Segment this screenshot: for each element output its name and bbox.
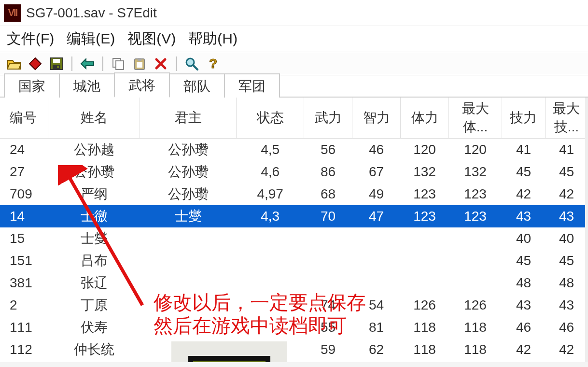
- table-area: 编号 姓名 君主 状态 武力 智力 体力 最大体... 技力 最大技... 24…: [0, 98, 588, 367]
- cell-lord: [140, 339, 237, 361]
- cell-zhi: 54: [352, 294, 401, 316]
- tab-troop[interactable]: 部队: [169, 73, 225, 98]
- menu-view[interactable]: 视图(V): [127, 29, 176, 49]
- cell-maxti: 123: [449, 183, 502, 205]
- cell-state: 4,97: [237, 183, 304, 205]
- back-arrow-icon: [80, 58, 95, 70]
- col-lord[interactable]: 君主: [140, 98, 237, 139]
- menu-edit[interactable]: 编辑(E): [67, 29, 115, 49]
- cell-state: [237, 227, 304, 250]
- open-icon: [7, 57, 21, 70]
- diamond-button[interactable]: [26, 56, 44, 72]
- cell-state: 4,5: [237, 139, 304, 161]
- tab-general[interactable]: 武将: [114, 72, 170, 98]
- col-id[interactable]: 编号: [0, 98, 48, 139]
- cell-ti: [401, 272, 449, 294]
- cell-ti: [401, 227, 449, 250]
- tab-corps[interactable]: 军团: [224, 73, 280, 98]
- col-ji[interactable]: 技力: [502, 98, 545, 139]
- tabs: 国家 城池 武将 部队 军团: [0, 75, 588, 98]
- cell-zhi: 62: [352, 339, 401, 361]
- cell-ji: 43: [502, 294, 545, 316]
- col-zhi[interactable]: 智力: [352, 98, 401, 139]
- cell-id: 151: [0, 250, 48, 272]
- app-icon: VII: [4, 4, 21, 22]
- cell-ji: 48: [502, 272, 545, 294]
- col-state[interactable]: 状态: [237, 98, 304, 139]
- svg-rect-2: [53, 59, 60, 63]
- cell-name: 公孙瓒: [48, 161, 140, 183]
- cell-id: 24: [0, 139, 48, 161]
- table-row[interactable]: 111伏寿55811181184646: [0, 316, 588, 339]
- back-button[interactable]: [78, 56, 97, 72]
- cell-ji: 40: [502, 227, 545, 250]
- cell-name: 严纲: [48, 183, 140, 205]
- cell-wu: [304, 272, 352, 294]
- cell-lord: 公孙瓒: [140, 139, 237, 161]
- titlebar: VII SG7-001.sav - S7Edit: [0, 0, 588, 26]
- cell-maxti: 118: [449, 316, 502, 339]
- cell-id: 112: [0, 339, 48, 361]
- paste-button[interactable]: [130, 56, 149, 72]
- search-button[interactable]: [182, 56, 201, 72]
- cell-ji: 45: [502, 161, 545, 183]
- cell-wu: 86: [304, 161, 352, 183]
- col-maxti[interactable]: 最大体...: [449, 98, 502, 139]
- cell-state: [237, 339, 304, 361]
- cell-state: [237, 316, 304, 339]
- svg-rect-6: [116, 61, 124, 70]
- cell-zhi: [352, 250, 401, 272]
- tab-city[interactable]: 城池: [59, 73, 115, 98]
- cell-ji: 45: [502, 250, 545, 272]
- svg-text:?: ?: [209, 56, 217, 71]
- cell-state: [237, 250, 304, 272]
- copy-button[interactable]: [109, 56, 127, 72]
- cell-ti: 132: [401, 161, 449, 183]
- search-icon: [185, 57, 198, 71]
- cell-lord: [140, 316, 237, 339]
- delete-button[interactable]: [152, 56, 170, 72]
- col-wu[interactable]: 武力: [304, 98, 352, 139]
- svg-rect-9: [137, 62, 142, 68]
- table-row[interactable]: 112仲长统59621181184242: [0, 339, 588, 361]
- toolbar: ?: [0, 52, 588, 75]
- cell-maxti: [449, 272, 502, 294]
- menu-file[interactable]: 文件(F): [7, 29, 54, 49]
- horizontal-scrollbar[interactable]: [0, 362, 588, 367]
- cell-id: 14: [0, 205, 48, 227]
- cell-lord: 士燮: [140, 205, 237, 227]
- table-row[interactable]: 14士徼士燮4,370471231234343: [0, 205, 588, 227]
- cell-name: 伏寿: [48, 316, 140, 339]
- vertical-scrollbar[interactable]: [585, 98, 588, 367]
- cell-maxti: 132: [449, 161, 502, 183]
- cell-lord: [140, 272, 237, 294]
- toolbar-separator: [176, 56, 177, 71]
- cell-maxti: [449, 250, 502, 272]
- cell-maxji: 42: [545, 339, 588, 361]
- cell-lord: [140, 227, 237, 250]
- cell-wu: 55: [304, 316, 352, 339]
- svg-line-13: [193, 65, 197, 70]
- open-button[interactable]: [5, 56, 23, 72]
- help-button[interactable]: ?: [204, 56, 222, 72]
- table-row[interactable]: 151吕布4545: [0, 250, 588, 272]
- cell-maxti: 120: [449, 139, 502, 161]
- col-name[interactable]: 姓名: [48, 98, 140, 139]
- col-ti[interactable]: 体力: [401, 98, 449, 139]
- menu-help[interactable]: 帮助(H): [188, 29, 238, 49]
- table-row[interactable]: 381张辽4848: [0, 272, 588, 294]
- tab-country[interactable]: 国家: [4, 73, 60, 98]
- data-table[interactable]: 编号 姓名 君主 状态 武力 智力 体力 最大体... 技力 最大技... 24…: [0, 98, 588, 367]
- save-button[interactable]: [47, 56, 66, 72]
- table-row[interactable]: 709严纲公孙瓒4,9768491231234242: [0, 183, 588, 205]
- table-row[interactable]: 27公孙瓒公孙瓒4,686671321324545: [0, 161, 588, 183]
- svg-rect-4: [57, 66, 59, 68]
- paste-icon: [133, 57, 146, 71]
- app-icon-label: VII: [8, 7, 17, 18]
- save-icon: [50, 57, 63, 71]
- col-maxji[interactable]: 最大技...: [545, 98, 588, 139]
- toolbar-separator: [71, 56, 72, 71]
- table-row[interactable]: 2丁原74541261264343: [0, 294, 588, 316]
- table-row[interactable]: 24公孙越公孙瓒4,556461201204141: [0, 139, 588, 161]
- table-row[interactable]: 15士燮4040: [0, 227, 588, 250]
